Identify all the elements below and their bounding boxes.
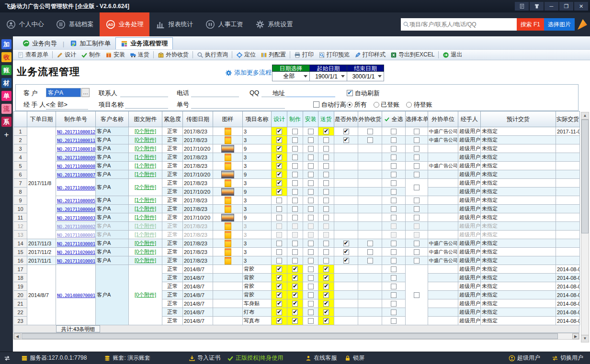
attachment-link[interactable]: [1个附件] — [135, 206, 156, 211]
contact-input[interactable] — [120, 89, 168, 97]
statusbar-item-swaparrows[interactable] — [4, 355, 11, 362]
radio-icon[interactable] — [374, 102, 379, 108]
sidebar-item-+[interactable]: + — [1, 130, 11, 140]
maximize-button[interactable]: ❐ — [559, 2, 573, 11]
order-number-link[interactable]: NO.201711080007 — [57, 172, 95, 177]
checkbox-icon[interactable] — [292, 258, 298, 264]
column-header-ur[interactable]: 紧急度 — [162, 111, 183, 127]
statusbar-item-锁屏[interactable]: 锁屏 — [344, 354, 364, 362]
order-number-link[interactable]: NO.201711080009 — [57, 155, 95, 160]
attachment-link[interactable]: [0个附件] — [135, 292, 156, 298]
chevron-down-icon[interactable] — [341, 75, 345, 77]
chevron-down-icon[interactable] — [304, 75, 307, 77]
attachment-link[interactable]: [1个附件] — [135, 232, 156, 237]
checkbox-icon[interactable] — [414, 215, 420, 221]
column-header-pj[interactable]: 项目名称 — [243, 111, 272, 127]
checkbox-icon[interactable] — [391, 129, 397, 134]
attachment-link[interactable]: [1个附件] — [135, 214, 156, 220]
checkbox-icon[interactable] — [323, 137, 329, 143]
checkbox-icon[interactable] — [292, 266, 298, 272]
sidebar-item-账[interactable]: 账 — [1, 65, 11, 75]
column-header-os[interactable]: 是否外协 — [334, 111, 358, 127]
date-filter-select[interactable]: 1900/1/1 — [309, 72, 347, 81]
checkbox-icon[interactable] — [414, 172, 420, 177]
order-number-link[interactable]: NO.201711010001 — [57, 258, 95, 264]
checkbox-icon[interactable] — [292, 215, 298, 221]
statusbar-item-服务器:127.0.0.1:7798[interactable]: 服务器:127.0.0.1:7798 — [21, 354, 87, 362]
checkbox-icon[interactable] — [323, 258, 329, 264]
checkbox-icon[interactable] — [308, 223, 314, 229]
scroll-right-icon[interactable]: ▶ — [572, 333, 579, 339]
checkbox-icon[interactable] — [414, 241, 420, 246]
checkbox-icon[interactable] — [308, 189, 314, 195]
search-button[interactable]: 搜索 F1 — [517, 18, 544, 31]
checkbox-icon[interactable] — [292, 180, 298, 186]
statusbar-item-导入证书[interactable]: 导入证书 — [189, 354, 220, 362]
checkbox-icon[interactable] — [414, 154, 420, 160]
add-more-flow-link[interactable]: 添加更多流程 — [225, 68, 272, 77]
attachment-link[interactable]: [0个附件] — [135, 240, 156, 246]
checkbox-icon[interactable] — [391, 180, 397, 186]
thumbnail-sunset[interactable] — [221, 214, 234, 221]
checkbox-icon[interactable] — [276, 129, 282, 134]
checkbox-icon[interactable] — [308, 318, 314, 324]
nav-item-chart[interactable]: 报表统计 — [149, 12, 199, 36]
customer-picker-button[interactable]: … — [81, 88, 90, 97]
thumbnail-poster[interactable] — [225, 257, 231, 265]
order-number-link[interactable]: NO.201711020001 — [57, 250, 95, 255]
checkbox-icon[interactable] — [308, 215, 314, 221]
radio-icon[interactable] — [406, 102, 412, 108]
checkbox-icon[interactable] — [292, 249, 298, 255]
toolbar-button-check[interactable]: 制作 — [79, 50, 103, 60]
auto-refresh-checkbox[interactable]: 自动刷新 — [347, 89, 380, 98]
checkbox-icon[interactable] — [308, 163, 314, 169]
checkbox-icon[interactable] — [292, 292, 298, 298]
attachment-link[interactable]: [0个附件] — [135, 257, 156, 263]
checkbox-icon[interactable] — [391, 284, 397, 289]
checkbox-icon[interactable] — [276, 309, 282, 315]
column-header-fi[interactable]: 安装 — [303, 111, 318, 127]
checkbox-icon[interactable] — [308, 146, 314, 152]
checkbox-icon[interactable] — [292, 129, 298, 134]
column-header-cu[interactable]: 客户名称 — [96, 111, 129, 127]
checkbox-icon[interactable] — [276, 154, 282, 160]
sidebar-item-材[interactable]: 材 — [1, 78, 11, 88]
order-number-link[interactable]: NO.201711080011 — [57, 138, 95, 143]
statusbar-item-切换用户[interactable]: 切换用户 — [552, 354, 583, 362]
tab-wizard[interactable]: 业务向导 — [18, 37, 62, 49]
auto-rowheight-checkbox[interactable]: 自动行高 — [313, 100, 346, 109]
checkbox-icon[interactable] — [414, 137, 420, 143]
checkbox-icon[interactable] — [276, 189, 282, 195]
customer-input[interactable]: 客户A — [46, 88, 81, 97]
column-header-fm[interactable]: 制作 — [287, 111, 303, 127]
pick-image-button[interactable]: 选择图片 — [544, 18, 575, 31]
chevron-down-icon[interactable] — [378, 75, 382, 77]
checkbox-icon[interactable] — [292, 206, 298, 212]
checkbox-icon[interactable] — [414, 198, 420, 203]
nav-item-ad[interactable]: AD业务处理 — [100, 12, 149, 36]
order-number-link[interactable]: NO.201408070001 — [57, 293, 95, 298]
checkbox-icon[interactable] — [292, 146, 298, 152]
checkbox-icon[interactable] — [391, 172, 397, 177]
vertical-scrollbar[interactable]: ▲ ▼ — [581, 112, 589, 342]
thumbnail-sunset[interactable] — [221, 188, 234, 196]
checkbox-icon[interactable] — [391, 292, 397, 298]
checkbox-icon[interactable] — [308, 180, 314, 186]
checkbox-icon[interactable] — [323, 266, 329, 272]
column-header-sa[interactable]: 全选 — [382, 111, 406, 127]
toolbar-button-box[interactable]: 安装 — [103, 50, 127, 60]
toolbar-button-preview[interactable]: 打印预览 — [316, 50, 352, 60]
checkbox-icon[interactable] — [308, 301, 314, 307]
checkbox-icon[interactable] — [391, 189, 397, 195]
column-header-fd[interactable]: 设计 — [272, 111, 287, 127]
ledger-radio-所有[interactable]: 所有 — [347, 101, 367, 108]
checkbox-icon[interactable] — [292, 301, 298, 307]
checkbox-icon[interactable] — [391, 258, 397, 264]
checkbox-icon[interactable] — [343, 241, 349, 246]
thumbnail-poster[interactable] — [225, 136, 231, 144]
checkbox-icon[interactable] — [323, 223, 329, 229]
checkbox-icon[interactable] — [276, 301, 282, 307]
checkbox-icon[interactable] — [323, 206, 329, 212]
checkbox-icon[interactable] — [343, 137, 349, 143]
scroll-down-icon[interactable]: ▼ — [581, 335, 589, 342]
